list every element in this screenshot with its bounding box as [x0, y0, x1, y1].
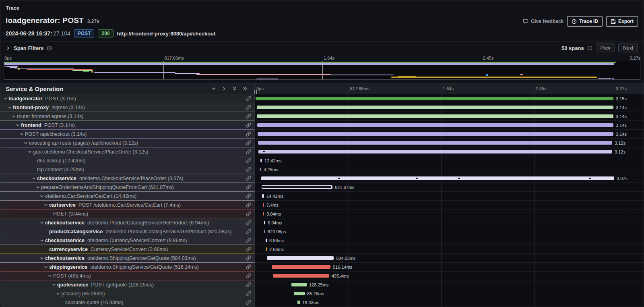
link-icon[interactable] — [246, 122, 254, 128]
row-expander-icon[interactable] — [48, 274, 53, 278]
span-bar[interactable] — [262, 185, 332, 189]
next-button[interactable]: Next — [618, 44, 638, 52]
collapse-all-icon[interactable] — [232, 86, 237, 91]
row-expander-icon[interactable] — [20, 132, 25, 136]
link-icon[interactable] — [246, 291, 254, 296]
row-expander-icon[interactable] — [40, 239, 45, 243]
row-expander-icon[interactable] — [16, 123, 21, 127]
row-expander-icon[interactable] — [40, 256, 45, 260]
span-bar[interactable] — [257, 106, 613, 109]
link-icon[interactable] — [246, 114, 254, 119]
span-bar[interactable] — [260, 168, 261, 171]
span-row[interactable]: executing api route (pages) /api/checkou… — [0, 139, 644, 147]
span-row[interactable]: productcatalogservice oteldemo.ProductCa… — [0, 227, 644, 236]
span-row[interactable]: loadgenerator POST (3.15s) 3.15s — [0, 94, 644, 103]
link-icon[interactable] — [246, 96, 254, 101]
row-expander-icon[interactable] — [32, 176, 37, 180]
span-bar[interactable] — [264, 230, 265, 233]
span-bar[interactable] — [258, 141, 612, 145]
link-icon[interactable] — [246, 131, 254, 137]
link-icon[interactable] — [246, 105, 254, 110]
span-row[interactable]: currencyservice CurrencyService/Convert … — [0, 245, 644, 254]
span-row[interactable]: checkoutservice oteldemo.ShippingService… — [0, 254, 644, 263]
link-icon[interactable] — [246, 193, 254, 199]
span-row[interactable]: calculate-quote (16.33ms) 16.33ms — [0, 298, 644, 307]
link-icon[interactable] — [246, 282, 254, 287]
span-row[interactable]: HGET (3.04ms) 3.04ms — [0, 210, 644, 218]
link-icon[interactable] — [246, 149, 254, 154]
column-resize-handle[interactable] — [254, 90, 257, 94]
span-bar[interactable] — [294, 292, 305, 295]
link-icon[interactable] — [246, 220, 254, 225]
row-expander-icon[interactable] — [28, 150, 33, 154]
span-bar[interactable] — [272, 265, 330, 269]
row-expander-icon[interactable] — [52, 283, 57, 287]
span-row[interactable]: grpc.oteldemo.CheckoutService/PlaceOrder… — [0, 147, 644, 156]
span-row[interactable]: frontend-proxy ingress (3.14s) 3.14s — [0, 103, 644, 112]
span-bar[interactable] — [256, 97, 613, 100]
span-row[interactable]: shippingservice oteldemo.ShippingService… — [0, 263, 644, 272]
row-expander-icon[interactable] — [24, 141, 29, 145]
span-row[interactable]: dns.lookup (12.42ms) 12.42ms — [0, 156, 644, 165]
row-expander-icon[interactable] — [44, 203, 49, 207]
span-row[interactable]: router frontend egress (3.14s) 3.14s — [0, 112, 644, 121]
chevron-right-icon[interactable] — [222, 86, 227, 91]
give-feedback-link[interactable]: Give feedback — [523, 19, 564, 24]
link-icon[interactable] — [246, 211, 254, 216]
span-row[interactable]: POST /api/checkout (3.14s) 3.14s — [0, 130, 644, 139]
span-bar[interactable] — [257, 123, 613, 127]
span-bar[interactable] — [263, 212, 264, 216]
link-icon[interactable] — [246, 264, 254, 270]
link-icon[interactable] — [246, 255, 254, 261]
span-bar[interactable] — [261, 176, 614, 180]
span-row[interactable]: frontend POST (3.14s) 3.14s — [0, 121, 644, 130]
span-bar[interactable] — [258, 132, 613, 136]
link-icon[interactable] — [246, 140, 254, 145]
link-icon[interactable] — [246, 273, 254, 278]
span-row[interactable]: checkoutservice oteldemo.CheckoutService… — [0, 174, 644, 183]
minimap-viewport[interactable] — [4, 61, 640, 80]
row-expander-icon[interactable] — [40, 194, 45, 198]
link-icon[interactable] — [246, 176, 254, 181]
span-bar[interactable] — [258, 150, 612, 154]
link-icon[interactable] — [246, 158, 254, 163]
span-row[interactable]: oteldemo.CartService/GetCart (14.42ms) 1… — [0, 192, 644, 201]
span-row[interactable]: tcp.connect (4.25ms) 4.25ms — [0, 165, 644, 174]
link-icon[interactable] — [246, 300, 254, 305]
span-bar[interactable] — [262, 194, 264, 198]
row-expander-icon[interactable] — [36, 185, 41, 189]
span-row[interactable]: checkoutservice oteldemo.ProductCatalogS… — [0, 218, 644, 227]
span-bar[interactable] — [260, 159, 262, 162]
span-bar[interactable] — [267, 256, 334, 260]
span-bar[interactable] — [264, 221, 265, 224]
link-icon[interactable] — [246, 238, 254, 243]
span-row[interactable]: {closure} (85.26ms) 85.26ms — [0, 289, 644, 298]
span-filters-toggle[interactable]: Span Filters — [6, 45, 52, 51]
span-row[interactable]: cartservice POST /oteldemo.CartService/G… — [0, 201, 644, 210]
span-bar[interactable] — [266, 247, 267, 251]
span-row[interactable]: checkoutservice oteldemo.CurrencyService… — [0, 236, 644, 245]
row-expander-icon[interactable] — [56, 292, 61, 296]
trace-id-button[interactable]: Trace ID — [567, 16, 603, 27]
span-bar[interactable] — [273, 274, 329, 278]
export-button[interactable]: Export — [606, 16, 638, 27]
link-icon[interactable] — [246, 185, 254, 190]
prev-button[interactable]: Prev — [596, 44, 615, 52]
span-row[interactable]: POST (495.4ms) 495.4ms — [0, 272, 644, 280]
chevron-down-icon[interactable] — [211, 86, 216, 91]
span-bar[interactable] — [257, 114, 613, 118]
link-icon[interactable] — [246, 202, 254, 207]
row-expander-icon[interactable] — [4, 97, 9, 101]
span-row[interactable]: quoteservice POST /getquote (128.25ms) 1… — [0, 280, 644, 289]
span-bar[interactable] — [291, 283, 307, 286]
span-bar[interactable] — [263, 203, 264, 207]
row-expander-icon[interactable] — [40, 221, 45, 225]
span-bar[interactable] — [297, 301, 300, 304]
link-icon[interactable] — [246, 229, 254, 234]
span-row[interactable]: prepareOrderItemsAndShippingQuoteFromCar… — [0, 183, 644, 192]
row-expander-icon[interactable] — [8, 106, 13, 110]
link-icon[interactable] — [246, 247, 254, 252]
row-expander-icon[interactable] — [44, 265, 49, 269]
expand-all-icon[interactable] — [243, 86, 248, 91]
span-bar[interactable] — [266, 239, 267, 242]
